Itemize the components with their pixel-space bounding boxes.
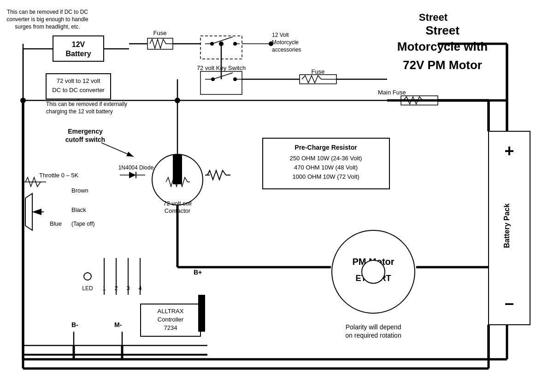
- pre-charge-val2: 470 OHM 10W (48 Volt): [294, 164, 358, 171]
- throttle-label: Throttle 0 – 5K: [39, 172, 79, 179]
- polarity-label: Polarity will depend: [346, 323, 401, 331]
- emergency-label: Emergency: [68, 128, 103, 135]
- motor-shaft-circle: [362, 260, 385, 283]
- note-bottom: This can be removed if externally: [46, 101, 127, 107]
- polarity-label2: on required rotation: [345, 332, 401, 339]
- note-top3: surges from headlight, etc.: [15, 23, 80, 30]
- diode-triangle: [129, 172, 136, 178]
- title-line1-text: Street: [425, 23, 460, 37]
- junction-480-95: [219, 41, 224, 46]
- accessories-label3: accessories: [272, 47, 301, 53]
- battery-12v-label2: Battery: [65, 50, 91, 58]
- accessories-label2: Motorcycle: [272, 39, 299, 46]
- battery-plus: +: [504, 141, 514, 160]
- fuse2-label: Fuse: [312, 68, 325, 75]
- mminus-label: M-: [114, 321, 122, 328]
- alltrax-label: ALLTRAX: [158, 308, 184, 315]
- diode-label: 1N4004 Diode: [118, 164, 154, 171]
- battery-pack-label: Battery Pack: [503, 203, 511, 248]
- note-top2: converter is big enough to handle: [6, 16, 88, 23]
- pre-charge-val3: 1000 OHM 10W (72 Volt): [292, 173, 359, 180]
- battery-minus: –: [505, 293, 514, 312]
- led-label: LED: [82, 285, 93, 292]
- black-label: Black: [71, 206, 86, 213]
- blue-label: Blue: [50, 220, 62, 227]
- controller-connector: [198, 295, 205, 332]
- led-indicator: [84, 273, 91, 280]
- brown-label: Brown: [71, 187, 88, 194]
- diagram-container: Street Street Motorcycle with 72V PM Mot…: [0, 0, 548, 392]
- alltrax-label2: Controller: [158, 316, 184, 323]
- title-line3-text: 72V PM Motor: [403, 58, 482, 72]
- note-bottom2: charging the 12 volt battery: [46, 108, 113, 115]
- dc-dc-label: 72 volt to 12 volt: [57, 77, 100, 84]
- battery-12v-label: 12V: [72, 41, 85, 48]
- pre-charge-label: Pre-Charge Resistor: [295, 144, 357, 151]
- title-line2-text: Motorcycle with: [397, 40, 488, 53]
- ks-arm: [213, 73, 233, 79]
- bplus-label: B+: [194, 269, 202, 276]
- connector-symbol: [25, 193, 32, 230]
- contactor-bar1: [173, 154, 182, 184]
- bminus-label: B-: [71, 321, 78, 328]
- emergency-label2: cutoff switch: [65, 136, 105, 143]
- blue-tape-label: (Tape off): [71, 221, 94, 227]
- accessories-label: 12 Volt: [272, 32, 289, 38]
- main-fuse-label: Main Fuse: [378, 89, 406, 96]
- arrow-emergency: [101, 143, 134, 157]
- alltrax-label3: 7234: [164, 324, 177, 331]
- accessories-dot: [269, 41, 273, 46]
- note-top: This can be removed if DC to DC: [7, 9, 88, 15]
- inductor-symbol: [207, 170, 226, 180]
- dc-dc-label2: DC to DC converter: [52, 87, 105, 94]
- wiring-diagram: Street Street Motorcycle with 72V PM Mot…: [0, 0, 548, 392]
- pre-charge-val1: 250 OHM 10W (24-36 Volt): [290, 155, 362, 162]
- fuse1-label: Fuse: [153, 29, 167, 36]
- title-line1: Street: [419, 12, 448, 23]
